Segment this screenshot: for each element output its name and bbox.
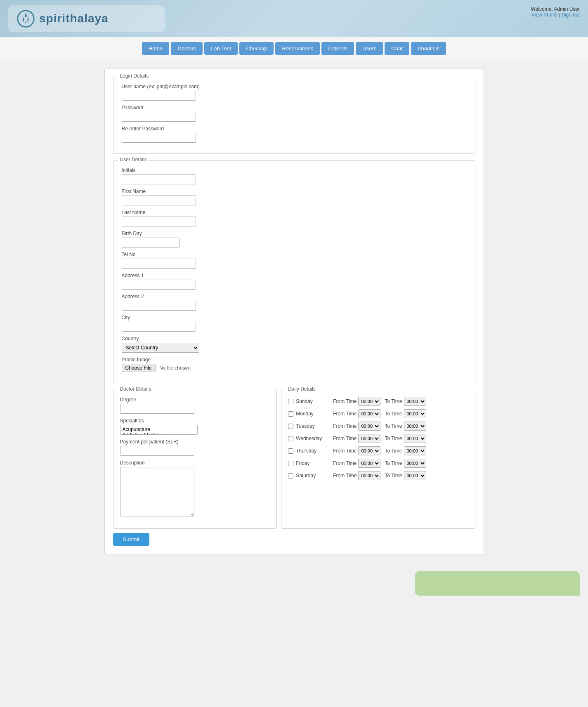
tel-input[interactable] [122,259,196,269]
thursday-from-select[interactable]: 00:00 [358,446,380,455]
initials-label: Initials [122,167,467,173]
specialties-select[interactable]: Acupuncture Addiction Medicine Adolescen… [120,425,198,435]
header: spirithalaya Welcome, Admin User View Pr… [0,0,588,37]
choose-file-button[interactable]: Choose File [122,364,156,372]
logo-text: spirithalaya [39,12,109,25]
country-select[interactable]: Select Country Sri Lanka India United St… [122,343,199,353]
friday-label: Friday [296,460,333,466]
profile-image-label: Profile Image [122,357,467,363]
tel-group: Tel No [122,252,467,269]
lastname-label: Last Name [122,210,467,215]
firstname-group: First Name [122,189,467,205]
thursday-to-select[interactable]: 00:00 [404,446,426,455]
sunday-label: Sunday [296,398,333,404]
nav-reservations[interactable]: Reservations [275,42,320,55]
address1-input[interactable] [122,280,196,290]
wednesday-to-label: To Time [385,436,402,441]
firstname-input[interactable] [122,196,196,205]
specialties-label: Specialties [120,418,270,424]
tuesday-to-label: To Time [385,423,402,429]
sign-out-link[interactable]: Sign out [562,12,580,18]
specialties-group: Specialties Acupuncture Addiction Medici… [120,418,270,435]
monday-to-select[interactable]: 00:00 [404,409,426,418]
footer [0,563,588,604]
wednesday-checkbox[interactable] [288,436,293,441]
city-input[interactable] [122,322,196,332]
address2-input[interactable] [122,301,196,311]
friday-from-select[interactable]: 00:00 [358,459,380,468]
submit-area: Submit [113,529,475,546]
saturday-from-label: From Time [333,473,357,478]
tuesday-checkbox[interactable] [288,424,293,429]
birthday-input[interactable] [122,238,179,247]
submit-button[interactable]: Submit [113,533,149,546]
friday-from-label: From Time [333,460,357,466]
username-group: User name (ex: pat@example.com) [122,84,467,101]
bottom-sections: Doctor Details Degree Specialties Acupun… [113,390,475,529]
country-label: Country [122,336,467,342]
lastname-input[interactable] [122,217,196,226]
password-input[interactable] [122,112,196,122]
tuesday-to-select[interactable]: 00:00 [404,422,426,431]
saturday-to-label: To Time [385,473,402,478]
sunday-checkbox[interactable] [288,399,293,404]
separator: | [559,12,560,18]
nav-doctors[interactable]: Doctors [171,42,203,55]
password-group: Password [122,105,467,122]
address1-label: Address 1 [122,273,467,278]
view-profile-link[interactable]: View Profile [531,12,557,18]
wednesday-from-select[interactable]: 00:00 [358,434,380,443]
nav-labtest[interactable]: Lab Test [204,42,238,55]
saturday-to-select[interactable]: 00:00 [404,471,426,480]
nav-users[interactable]: Users [356,42,383,55]
degree-input[interactable] [120,404,194,414]
initials-group: Initials [122,167,467,184]
monday-from-select[interactable]: 00:00 [358,409,380,418]
profile-image-group: Profile Image Choose File No file chosen [122,357,467,372]
thursday-row: Thursday From Time 00:00 To Time 00:00 [288,446,468,455]
tuesday-from-select[interactable]: 00:00 [358,422,380,431]
doctor-details-legend: Doctor Details [118,386,153,392]
monday-checkbox[interactable] [288,411,293,417]
sunday-from-select[interactable]: 00:00 [358,397,380,406]
specialty-option[interactable]: Acupuncture [123,427,195,432]
footer-green-area [415,571,580,596]
birthday-group: Birth Day [122,231,467,247]
friday-to-label: To Time [385,460,402,466]
wednesday-to-select[interactable]: 00:00 [404,434,426,443]
friday-to-select[interactable]: 00:00 [404,459,426,468]
description-textarea[interactable] [120,467,194,516]
password-label: Password [122,105,467,111]
sunday-to-select[interactable]: 00:00 [404,397,426,406]
tuesday-label: Tuesday [296,423,333,429]
login-details-legend: Login Details [118,73,151,79]
initials-input[interactable] [122,174,196,184]
friday-checkbox[interactable] [288,461,293,466]
payment-input[interactable] [120,446,194,456]
saturday-checkbox[interactable] [288,473,293,478]
nav-checkup[interactable]: Checkup [239,42,274,55]
wednesday-label: Wednesday [296,436,333,441]
lastname-group: Last Name [122,210,467,226]
specialty-option[interactable]: Addiction Medicine [123,432,195,435]
nav-patients[interactable]: Patients [321,42,354,55]
description-group: Description [120,460,270,518]
nav-aboutus[interactable]: About Us [411,42,446,55]
nav-home[interactable]: Home [142,42,170,55]
reenter-password-input[interactable] [122,133,196,143]
doctor-details-section: Doctor Details Degree Specialties Acupun… [113,390,277,529]
username-input[interactable] [122,91,196,101]
navigation: Home Doctors Lab Test Checkup Reservatio… [0,37,588,60]
reenter-label: Re-enter Password [122,126,467,132]
thursday-label: Thursday [296,448,333,454]
saturday-from-select[interactable]: 00:00 [358,471,380,480]
city-group: City [122,315,467,332]
degree-group: Degree [120,397,270,414]
description-label: Description [120,460,270,466]
payment-group: Payment per patient (SLR) [120,439,270,456]
wednesday-from-label: From Time [333,436,357,441]
sunday-to-label: To Time [385,398,402,404]
thursday-checkbox[interactable] [288,448,293,454]
nav-chat[interactable]: Chat [385,42,409,55]
address2-group: Address 2 [122,294,467,311]
